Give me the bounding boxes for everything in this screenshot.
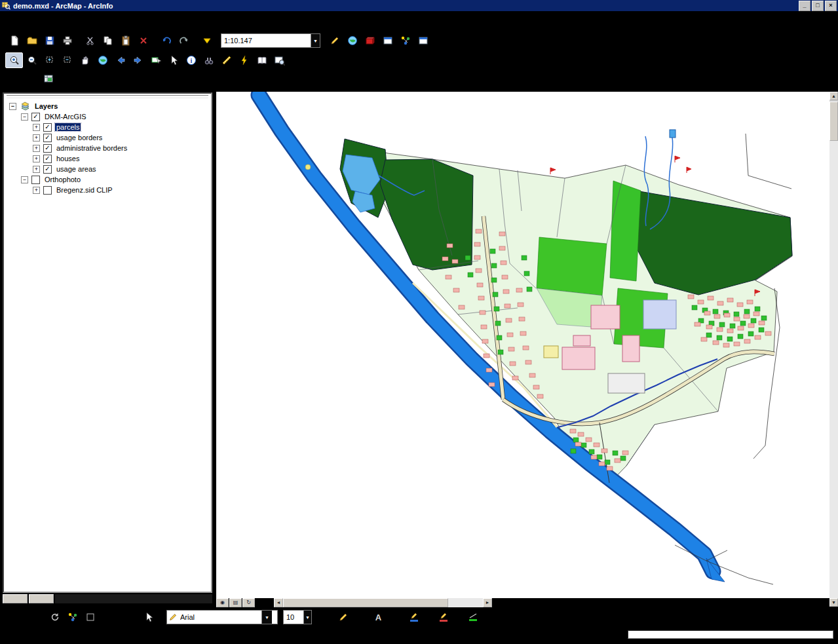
layer-checkbox[interactable]: ✓ (43, 134, 52, 142)
layer-row-bregenz-sid-clip[interactable]: + Bregenz.sid CLIP (4, 185, 211, 195)
marker-color-button[interactable] (434, 609, 452, 625)
paste-button[interactable] (117, 33, 134, 48)
modelbuilder-button[interactable] (396, 33, 414, 48)
scroll-left-button[interactable]: ◄ (274, 598, 283, 607)
fixed-zoom-in-button[interactable] (41, 52, 58, 68)
bold-pen-button[interactable] (334, 609, 352, 625)
layer-label[interactable]: administrative borders (55, 144, 128, 152)
line-color-button[interactable] (464, 609, 482, 625)
full-extent-button[interactable] (94, 52, 111, 68)
font-combobox[interactable]: ▼ (166, 610, 278, 624)
font-size-input[interactable] (284, 611, 303, 624)
horizontal-scroll-track[interactable] (283, 598, 483, 607)
collapse-icon[interactable]: minus− (21, 113, 28, 121)
undo-button[interactable] (157, 33, 175, 48)
font-color-button[interactable] (405, 609, 423, 625)
font-size-combobox[interactable]: ▼ (283, 610, 312, 624)
print-button[interactable] (58, 33, 76, 48)
overview-window-button[interactable] (271, 52, 288, 68)
scale-input[interactable] (221, 34, 311, 47)
toc-bottom-tab[interactable] (3, 594, 28, 603)
toc-scroll-track[interactable] (55, 594, 212, 603)
vertical-scroll-track[interactable] (829, 141, 838, 598)
layer-row-orthophoto[interactable]: − Orthophoto (4, 174, 211, 185)
editor-button[interactable] (326, 33, 343, 48)
expand-icon[interactable]: + (33, 145, 40, 152)
layer-checkbox-unchecked[interactable] (31, 176, 40, 184)
close-button[interactable]: × (825, 1, 837, 11)
font-input[interactable] (178, 611, 261, 624)
save-button[interactable] (41, 33, 58, 48)
collapse-icon[interactable]: − (21, 176, 28, 183)
layer-checkbox[interactable]: ✓ (43, 144, 52, 153)
zoom-in-button[interactable] (5, 52, 23, 68)
new-button[interactable] (5, 33, 23, 48)
scale-combobox[interactable]: ▼ (221, 33, 320, 48)
toc-bottom-tab[interactable] (29, 594, 54, 603)
zoom-out-button[interactable] (23, 52, 41, 68)
cut-button[interactable] (81, 33, 99, 48)
scale-dropdown-button[interactable]: ▼ (311, 34, 320, 47)
layer-row-usage-areas[interactable]: + ✓ usage areas (4, 164, 211, 174)
vertical-scroll-thumb[interactable] (829, 102, 838, 141)
command-window-button[interactable] (379, 33, 396, 48)
select-elements-button[interactable] (164, 52, 182, 68)
hyperlink-button[interactable] (235, 52, 253, 68)
arccatalog-button[interactable] (343, 33, 361, 48)
layer-label[interactable]: usage borders (55, 134, 104, 142)
fixed-zoom-out-button[interactable] (58, 52, 76, 68)
layer-label-selected[interactable]: parcels (55, 123, 81, 131)
layer-row-usage-borders[interactable]: + ✓ usage borders (4, 132, 211, 143)
layer-row-administrative-borders[interactable]: + ✓ administrative borders (4, 143, 211, 153)
redo-button[interactable] (175, 33, 193, 48)
toc-drag-grip[interactable] (7, 95, 208, 98)
scroll-right-button[interactable]: ► (483, 598, 492, 607)
layer-row-houses[interactable]: + ✓ houses (4, 153, 211, 164)
horizontal-scroll-thumb[interactable] (283, 598, 448, 607)
layer-checkbox[interactable]: ✓ (43, 155, 52, 163)
maximize-button[interactable]: □ (812, 1, 824, 11)
layer-checkbox[interactable]: ✓ (43, 123, 52, 132)
map-vertical-scrollbar[interactable]: ▲ ▼ (829, 92, 838, 607)
find-button[interactable] (200, 52, 218, 68)
forward-extent-button[interactable] (129, 52, 147, 68)
layer-label[interactable]: Bregenz.sid CLIP (55, 186, 114, 194)
expand-icon[interactable]: + (33, 124, 40, 131)
refresh-view-button[interactable]: ↻ (242, 598, 255, 607)
measure-button[interactable] (218, 52, 235, 68)
layer-checkbox[interactable]: ✓ (43, 165, 52, 174)
size-dropdown-button[interactable]: ▼ (303, 611, 311, 624)
back-extent-button[interactable] (111, 52, 129, 68)
layer-row-dkm-arcgis[interactable]: minus− ✓ DKM-ArcGIS (4, 111, 211, 122)
magnifier-window-button[interactable] (253, 52, 271, 68)
toc-root-label[interactable]: Layers (33, 102, 59, 110)
rotate-button[interactable] (46, 609, 64, 625)
layer-label[interactable]: houses (55, 155, 81, 162)
pan-button[interactable] (76, 52, 94, 68)
layer-label[interactable]: Orthophoto (43, 176, 82, 183)
expand-icon[interactable]: + (33, 187, 40, 194)
layout-view-button[interactable]: ▤ (229, 598, 242, 607)
layer-label[interactable]: usage areas (55, 165, 98, 173)
copy-button[interactable] (99, 33, 117, 48)
data-view-button[interactable]: ◉ (216, 598, 229, 607)
map-canvas[interactable] (216, 92, 829, 598)
open-button[interactable] (23, 33, 41, 48)
attribute-table-button[interactable] (39, 71, 57, 86)
layer-row-parcels[interactable]: + ✓ parcels (4, 122, 211, 132)
expand-icon[interactable]: + (33, 155, 40, 162)
scroll-up-button[interactable]: ▲ (829, 92, 838, 100)
font-dropdown-button[interactable]: ▼ (261, 611, 272, 624)
text-tool-button[interactable]: A (370, 610, 387, 624)
select-elements-button[interactable] (140, 609, 157, 625)
add-data-button[interactable] (198, 33, 216, 48)
expand-icon[interactable]: + (33, 166, 40, 173)
arctoolbox-button[interactable] (361, 33, 379, 48)
delete-button[interactable] (134, 33, 152, 48)
layer-checkbox-unchecked[interactable] (43, 186, 52, 195)
layer-checkbox[interactable]: ✓ (31, 113, 40, 121)
expand-icon[interactable]: + (33, 134, 40, 142)
minimize-button[interactable]: _ (799, 1, 810, 11)
fill-color-button[interactable] (81, 609, 99, 625)
scroll-down-button[interactable]: ▼ (829, 598, 838, 607)
